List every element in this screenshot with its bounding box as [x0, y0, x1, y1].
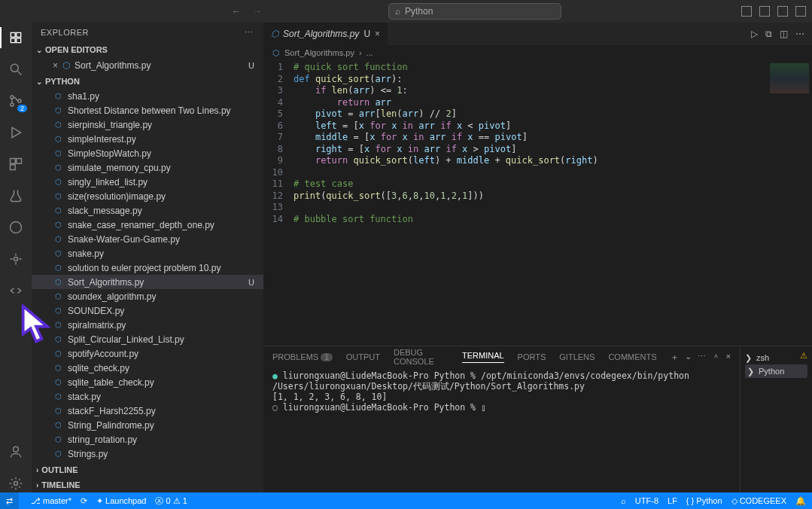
terminal-body[interactable]: ● liurongxuan@LiudeMacBook-Pro Python % …	[263, 367, 740, 492]
file-row[interactable]: ⬡Strings.py	[32, 447, 263, 461]
code-content[interactable]: # quick sort functiondef quick_sort(arr)…	[293, 60, 767, 346]
nav-forward-icon[interactable]: →	[253, 6, 262, 17]
notifications-icon[interactable]: 🔔	[795, 496, 806, 506]
compare-icon[interactable]: ⧉	[765, 29, 772, 39]
timeline-section[interactable]: › TIMELINE	[32, 477, 263, 492]
file-row[interactable]: ⬡Split_Circular_Linked_List.py	[32, 332, 263, 346]
close-panel-icon[interactable]: ×	[726, 352, 731, 363]
file-row[interactable]: ⬡spotifyAccount.py	[32, 346, 263, 361]
tab-debug-console[interactable]: DEBUG CONSOLE	[394, 348, 449, 366]
folder-section[interactable]: ⌄ PYTHON	[32, 74, 263, 89]
tab-gitlens[interactable]: GITLENS	[559, 352, 595, 361]
split-editor-icon[interactable]: ◫	[780, 29, 788, 39]
file-row[interactable]: ⬡Sort_Algorithms.pyU	[32, 275, 263, 289]
python-file-icon: ⬡	[53, 421, 63, 429]
file-row[interactable]: ⬡sqlite_table_check.py	[32, 375, 263, 389]
maximize-panel-icon[interactable]: ＾	[712, 352, 720, 363]
warning-icon[interactable]: ⚠	[800, 351, 807, 361]
layout-sidebar-left-icon[interactable]	[741, 6, 752, 17]
file-row[interactable]: ⬡SimpleStopWatch.py	[32, 146, 263, 160]
close-icon[interactable]: ×	[53, 60, 58, 71]
file-row[interactable]: ⬡String_Palindrome.py	[32, 418, 263, 432]
activity-settings-icon[interactable]	[7, 474, 25, 492]
file-row[interactable]: ⬡string_rotation.py	[32, 432, 263, 447]
terminal-dropdown-icon[interactable]: ⌄	[685, 352, 692, 363]
file-name: Snake-Water-Gun-Game.py	[68, 234, 180, 245]
tab-ports[interactable]: PORTS	[518, 352, 546, 361]
file-row[interactable]: ⬡stackF_Harsh2255.py	[32, 404, 263, 418]
file-row[interactable]: ⬡Shortest Distance between Two Lines.py	[32, 103, 263, 117]
python-file-icon: ⬡	[53, 106, 63, 114]
activity-account-icon[interactable]	[7, 443, 25, 461]
line-numbers: 1234567891011121314	[263, 60, 293, 346]
outline-section[interactable]: › OUTLINE	[32, 462, 263, 477]
activity-run-debug-icon[interactable]	[7, 123, 25, 142]
language-mode-item[interactable]: { } Python	[686, 496, 722, 505]
file-row[interactable]: ⬡slack_message.py	[32, 203, 263, 218]
chevron-down-icon: ⌄	[36, 46, 42, 54]
python-file-icon: ⬡	[53, 178, 63, 186]
file-name: Strings.py	[68, 449, 108, 459]
file-row[interactable]: ⬡size(resolution)image.py	[32, 189, 263, 203]
open-editor-item[interactable]: × ⬡ Sort_Algorithms.py U	[32, 57, 263, 74]
tab-problems[interactable]: PROBLEMS1	[272, 352, 333, 361]
svg-line-1	[18, 72, 22, 75]
file-row[interactable]: ⬡simulate_memory_cpu.py	[32, 160, 263, 175]
kill-terminal-icon[interactable]: ⋯	[698, 352, 706, 363]
problems-item[interactable]: ⓧ 0 ⚠ 1	[155, 495, 187, 507]
terminal-entry-python[interactable]: ❯Python	[745, 364, 807, 378]
activity-testing-icon[interactable]	[7, 187, 25, 205]
python-file-icon: ⬡	[53, 192, 63, 200]
open-editors-section[interactable]: ⌄ OPEN EDITORS	[32, 42, 263, 57]
layout-panel-icon[interactable]	[759, 6, 770, 17]
file-row[interactable]: ⬡spiralmatrix.py	[32, 318, 263, 332]
file-row[interactable]: ⬡sha1.py	[32, 89, 263, 103]
breadcrumbs[interactable]: ⬡ Sort_Algorithms.py › ...	[263, 45, 812, 60]
terminal-entry-zsh[interactable]: ❯zsh	[745, 351, 800, 364]
layout-sidebar-right-icon[interactable]	[777, 6, 788, 17]
file-row[interactable]: ⬡singly_linked_list.py	[32, 175, 263, 189]
codegeex-item[interactable]: ◇ CODEGEEX	[731, 496, 786, 506]
editor-tab[interactable]: ⬡ Sort_Algorithms.py U ×	[263, 23, 388, 45]
file-row[interactable]: ⬡simpleInterest.py	[32, 132, 263, 146]
editor-body[interactable]: 1234567891011121314 # quick sort functio…	[263, 60, 812, 346]
command-center[interactable]: ⌕ Python	[388, 3, 561, 20]
file-row[interactable]: ⬡solution to euler project problem 10.py	[32, 261, 263, 275]
file-row[interactable]: ⬡sqlite_check.py	[32, 361, 263, 375]
launchpad-item[interactable]: ✦ Launchpad	[96, 496, 147, 506]
minimap[interactable]	[767, 60, 812, 346]
explorer-more-icon[interactable]: ⋯	[245, 28, 254, 38]
file-row[interactable]: ⬡sierpinski_triangle.py	[32, 117, 263, 132]
activity-scm-icon[interactable]: 2	[7, 92, 25, 110]
tab-comments[interactable]: COMMENTS	[608, 352, 656, 361]
more-icon[interactable]: ⋯	[795, 29, 804, 39]
eol-item[interactable]: LF	[668, 496, 677, 505]
sync-icon[interactable]: ⟳	[81, 496, 87, 506]
python-file-icon: ⬡	[53, 378, 63, 386]
new-terminal-icon[interactable]: ＋	[671, 352, 679, 363]
activity-explorer-icon[interactable]	[7, 29, 25, 47]
file-row[interactable]: ⬡soundex_algorithm.py	[32, 289, 263, 303]
activity-codegeex-icon[interactable]	[7, 282, 25, 300]
git-branch-item[interactable]: ⎇ master*	[31, 496, 71, 506]
bottom-panel: PROBLEMS1 OUTPUT DEBUG CONSOLE TERMINAL …	[263, 346, 812, 492]
tab-terminal[interactable]: TERMINAL	[462, 351, 504, 363]
close-icon[interactable]: ×	[375, 29, 380, 39]
activity-gitlens-icon[interactable]	[7, 250, 25, 268]
search-status-icon[interactable]: ⌕	[621, 496, 626, 505]
file-row[interactable]: ⬡snake_case_renamer_depth_one.py	[32, 218, 263, 232]
encoding-item[interactable]: UTF-8	[635, 496, 658, 505]
activity-search-icon[interactable]	[7, 60, 25, 78]
file-row[interactable]: ⬡Snake-Water-Gun-Game.py	[32, 232, 263, 246]
file-row[interactable]: ⬡SOUNDEX.py	[32, 303, 263, 318]
run-icon[interactable]: ▷	[751, 29, 758, 39]
nav-back-icon[interactable]: ←	[232, 6, 241, 17]
activity-remote-icon[interactable]	[7, 218, 25, 236]
activity-extensions-icon[interactable]	[7, 155, 25, 173]
remote-indicator[interactable]: ⇄	[0, 492, 19, 509]
tab-output[interactable]: OUTPUT	[346, 352, 380, 361]
file-row[interactable]: ⬡snake.py	[32, 246, 263, 261]
python-file-icon: ⬡	[53, 206, 63, 215]
file-row[interactable]: ⬡stack.py	[32, 389, 263, 404]
layout-customize-icon[interactable]	[795, 6, 806, 17]
